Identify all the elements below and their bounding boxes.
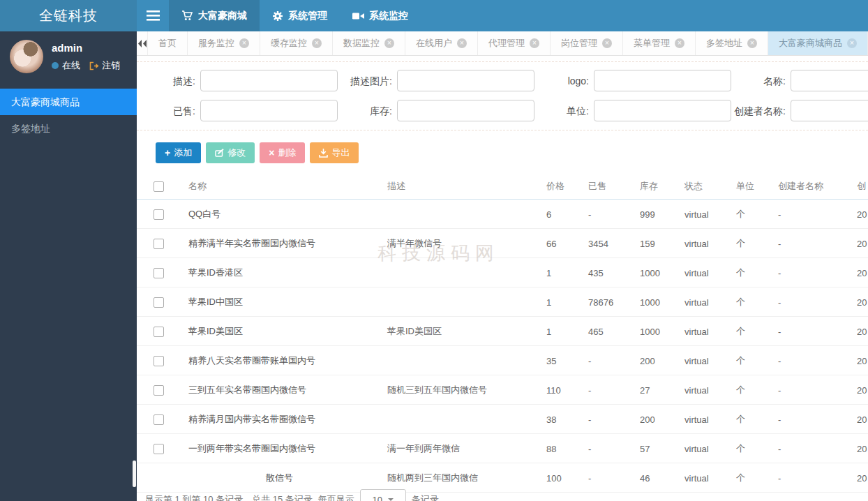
tab-close-icon[interactable]: × [384, 38, 394, 48]
search-input-desc[interactable] [200, 70, 338, 91]
search-label-sold: 已售: [141, 105, 195, 117]
tab-8[interactable]: 多签地址× [696, 31, 768, 55]
cell-creator: - [770, 463, 848, 493]
tab-3[interactable]: 数据监控× [333, 31, 405, 55]
column-header-5[interactable]: 状态 [676, 174, 728, 200]
cell-status: virtual [676, 317, 728, 346]
tab-0[interactable]: 首页 [148, 31, 188, 55]
table-row[interactable]: 苹果ID中国区1786761000virtual个-20 [137, 287, 868, 317]
column-header-3[interactable]: 已售 [580, 174, 631, 200]
tab-close-icon[interactable]: × [675, 38, 684, 48]
cell-created: 20 [848, 317, 868, 346]
tab-9[interactable]: 大富豪商城商品× [768, 31, 868, 55]
tab-2[interactable]: 缓存监控× [260, 31, 333, 55]
sidebar: admin 在线 注销 大富豪商城商品 多签地址 [0, 31, 137, 501]
sidebar-item-mall-goods[interactable]: 大富豪商城商品 [0, 89, 137, 115]
search-input-desc-image[interactable] [397, 70, 534, 91]
table-row[interactable]: 一到两年带实名带圈国内微信号满一年到两年微信88-57virtual个-20 [137, 434, 868, 463]
cell-desc [379, 405, 538, 434]
cell-price: 1 [538, 287, 580, 317]
row-checkbox[interactable] [154, 209, 164, 220]
row-select-cell [137, 317, 180, 346]
select-all-checkbox[interactable] [154, 181, 164, 192]
tab-1[interactable]: 服务监控× [188, 31, 260, 55]
row-checkbox[interactable] [154, 385, 164, 396]
export-button[interactable]: 导出 [310, 142, 359, 163]
tab-scroll-left-button[interactable] [137, 31, 148, 55]
column-header-6[interactable]: 单位 [728, 174, 770, 200]
nav-item-system-monitor[interactable]: 系统监控 [340, 0, 421, 31]
tab-4[interactable]: 在线用户× [405, 31, 478, 55]
cell-desc [379, 200, 538, 229]
sidebar-toggle-button[interactable] [137, 0, 169, 31]
table-row[interactable]: 精养八天实名带圈带账单国内号35-200virtual个-20 [137, 346, 868, 375]
column-header-7[interactable]: 创建者名称 [770, 174, 848, 200]
column-header-8[interactable]: 创 [848, 174, 868, 200]
row-checkbox[interactable] [154, 239, 164, 249]
cell-stock: 200 [631, 405, 676, 434]
delete-button[interactable]: ×删除 [260, 142, 305, 163]
row-select-cell [137, 463, 180, 493]
sidebar-scrollbar-thumb[interactable] [133, 461, 136, 487]
tab-6[interactable]: 岗位管理× [551, 31, 623, 55]
column-header-0[interactable]: 名称 [180, 174, 379, 200]
search-input-sold[interactable] [200, 100, 338, 121]
cell-name: 散信号 [180, 463, 379, 493]
cell-unit: 个 [728, 375, 770, 405]
add-button[interactable]: +添加 [156, 142, 201, 163]
row-checkbox[interactable] [154, 356, 164, 366]
column-header-1[interactable]: 描述 [379, 174, 538, 200]
table-row[interactable]: 散信号随机两到三年国内微信100-46virtual个-20 [137, 463, 868, 493]
cell-created: 20 [848, 200, 868, 229]
nav-item-system-manage[interactable]: 系统管理 [260, 0, 340, 31]
tab-close-icon[interactable]: × [530, 38, 539, 48]
sidebar-menu: 大富豪商城商品 多签地址 [0, 89, 137, 142]
table-row[interactable]: 苹果ID美国区苹果ID美国区14651000virtual个-20 [137, 317, 868, 346]
avatar [10, 40, 43, 73]
search-input-logo[interactable] [594, 70, 731, 91]
cell-creator: - [770, 434, 848, 463]
tab-5[interactable]: 代理管理× [478, 31, 551, 55]
cell-price: 6 [538, 200, 580, 229]
cell-unit: 个 [728, 317, 770, 346]
table-row[interactable]: 精养满月国内带实名带圈微信号38-200virtual个-20 [137, 405, 868, 434]
search-input-name[interactable] [791, 70, 868, 91]
column-header-4[interactable]: 库存 [631, 174, 676, 200]
search-label-creator: 创建者名称: [731, 105, 786, 117]
logout-link[interactable]: 注销 [102, 59, 120, 72]
row-checkbox[interactable] [154, 327, 164, 337]
row-checkbox[interactable] [154, 414, 164, 425]
tab-close-icon[interactable]: × [239, 38, 249, 48]
tab-label: 服务监控 [198, 37, 234, 50]
tab-7[interactable]: 菜单管理× [623, 31, 696, 55]
search-input-stock[interactable] [397, 100, 534, 121]
tab-label: 在线用户 [416, 37, 452, 50]
plus-icon: + [165, 148, 170, 158]
tab-label: 缓存监控 [271, 37, 307, 50]
row-checkbox[interactable] [154, 268, 164, 278]
search-label-logo: logo: [534, 75, 589, 87]
table-row[interactable]: 精养满半年实名带圈国内微信号满半年微信号663454159virtual个-20 [137, 229, 868, 258]
table-row[interactable]: 三到五年实名带圈国内微信号随机三到五年国内微信号110-27virtual个-2… [137, 375, 868, 405]
column-header-2[interactable]: 价格 [538, 174, 580, 200]
table-row[interactable]: QQ白号6-999virtual个-20 [137, 200, 868, 229]
tab-close-icon[interactable]: × [312, 38, 322, 48]
edit-button[interactable]: 修改 [206, 142, 255, 163]
sidebar-item-multisig-address[interactable]: 多签地址 [0, 115, 137, 142]
row-checkbox[interactable] [154, 444, 164, 454]
page-size-select[interactable]: 10 [360, 489, 406, 501]
cell-stock: 999 [631, 200, 676, 229]
tab-close-icon[interactable]: × [457, 38, 467, 48]
nav-item-mall[interactable]: 大富豪商城 [169, 0, 260, 31]
tab-close-icon[interactable]: × [747, 38, 757, 48]
cell-price: 100 [538, 463, 580, 493]
row-checkbox[interactable] [154, 297, 164, 308]
search-input-unit[interactable] [594, 100, 731, 121]
cell-unit: 个 [728, 200, 770, 229]
table-row[interactable]: 苹果ID香港区14351000virtual个-20 [137, 258, 868, 287]
tab-close-icon[interactable]: × [602, 38, 612, 48]
cell-sold: - [580, 463, 631, 493]
tab-close-icon[interactable]: × [847, 38, 857, 48]
search-input-creator[interactable] [791, 100, 868, 121]
cell-sold: - [580, 375, 631, 405]
